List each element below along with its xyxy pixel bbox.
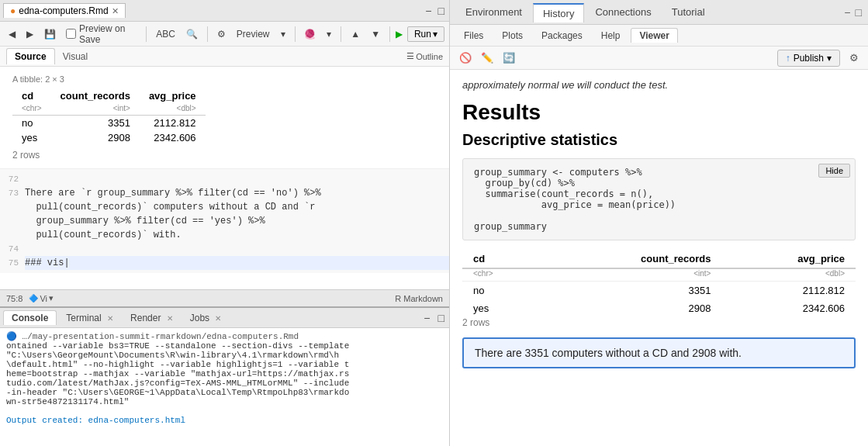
publish-arrow-icon: ▾ [827,53,832,64]
col-header-avg: avg_price<dbl> [140,88,206,116]
tab-files[interactable]: Files [456,29,491,43]
console-lines: ontained --variable bs3=TRUE --standalon… [6,341,443,406]
console-line: wn-str5e4872131174.html" [6,397,443,406]
preview-dropdown[interactable]: Preview [233,26,274,42]
tab-connections[interactable]: Connections [586,3,660,21]
viewer-col-count: count_records [543,250,721,268]
tab-environment[interactable]: Environment [456,3,531,21]
outline-icon: ☰ [406,51,414,61]
bottom-topbar-icons: − □ [422,312,446,324]
code-line-73d: pull(count_records)` with. [0,228,449,242]
hide-btn[interactable]: Hide [818,164,850,178]
viewer-back-btn[interactable]: 🚫 [456,50,475,65]
right-minimize-icon[interactable]: − [844,6,850,19]
code-line-75[interactable]: 75 ### vis| [0,256,449,270]
table-cell: 2112.812 [721,282,856,300]
viewer-code-block: group_summary <- computers %>% group_by(… [462,158,856,240]
code-line-74: 74 [0,242,449,256]
right-toolbar: 🚫 ✏️ 🔄 ↑ Publish ▾ ⚙ [450,47,868,70]
col-type-cd: <chr> [22,104,42,112]
bottom-minimize-icon[interactable]: − [422,312,431,324]
visual-output: A tibble: 2 × 3 cd<chr> count_records<in… [0,67,449,169]
jobs-close[interactable]: ✕ [215,314,221,323]
run-btn[interactable]: Run ▾ [407,26,444,42]
jobs-tab[interactable]: Jobs ✕ [182,311,230,325]
publish-label: Publish [794,53,824,64]
back-btn[interactable]: ◀ [5,26,19,42]
col-type-count: <int> [113,104,130,112]
maximize-icon[interactable]: □ [437,5,446,17]
spellcheck-btn[interactable]: ABC [152,26,179,42]
terminal-close[interactable]: ✕ [107,314,113,323]
down-btn[interactable]: ▼ [367,26,384,42]
editor-tab[interactable]: ● edna-computers.Rmd ✕ [3,3,126,18]
viewer-content: approximately normal we will conduct the… [450,70,868,446]
terminal-tab[interactable]: Terminal ✕ [58,311,121,325]
forward-btn[interactable]: ▶ [22,26,37,42]
bottom-maximize-icon[interactable]: □ [437,312,446,324]
viewer-table-wrap: cd count_records avg_price <chr> <int> <… [462,250,856,328]
tab-help[interactable]: Help [593,29,628,43]
editor-topbar: ● edna-computers.Rmd ✕ − □ [0,0,449,22]
knit-btn[interactable]: 🧶 [300,26,320,42]
outline-label: Outline [416,52,443,61]
search-btn[interactable]: 🔍 [182,26,202,42]
tab-plots[interactable]: Plots [494,29,531,43]
editor-tab-close[interactable]: ✕ [112,6,119,16]
minimize-icon[interactable]: − [424,5,433,17]
run-arrow-icon: ▶ [396,29,403,40]
tab-viewer[interactable]: Viewer [631,28,677,43]
run-dropdown-icon: ▾ [433,29,437,40]
visual-tab[interactable]: Visual [55,49,95,64]
viewer-h2: Descriptive statistics [462,131,856,149]
source-visual-tabs: Source Visual ☰ Outline [0,47,449,67]
preview-on-save-checkbox[interactable] [66,29,76,39]
table-row: no33512112.812 [462,282,856,300]
publish-btn[interactable]: ↑ Publish ▾ [777,50,840,67]
tab-packages[interactable]: Packages [534,29,590,43]
run-label: Run [414,29,431,40]
table-cell: no [462,282,543,300]
vi-arrow: ▾ [49,293,54,303]
code-line-73c: group_summary %>% filter(cd == 'yes') %>… [0,214,449,228]
bottom-panel: Console Terminal ✕ Render ✕ Jobs ✕ − □ [0,306,449,446]
cursor-position: 75:8 [6,294,22,303]
knit-arrow[interactable]: ▾ [323,26,335,42]
viewer-col-cd: cd [462,250,543,268]
console-line: heme=bootstrap --mathjax --variable "mat… [6,369,443,379]
up-btn[interactable]: ▲ [347,26,364,42]
bottom-tabs: Console Terminal ✕ Render ✕ Jobs ✕ − □ [0,308,449,328]
console-path-icon: 🔵 [6,332,17,341]
console-path: 🔵 …/may-presentation-summit-rmarkdown/ed… [6,331,443,341]
console-tab[interactable]: Console [3,310,57,325]
right-top-tabs: Environment History Connections Tutorial… [450,0,868,25]
code-tools-btn[interactable]: ⚙ [213,26,230,42]
viewer-settings-btn[interactable]: ⚙ [846,50,862,65]
table-cell: 3351 [51,116,140,131]
source-tab[interactable]: Source [6,48,55,64]
console-content: 🔵 …/may-presentation-summit-rmarkdown/ed… [0,328,449,446]
table-note: A tibble: 2 × 3 [12,74,437,84]
col-header-count: count_records<int> [51,88,140,116]
viewer-refresh-btn[interactable]: 🔄 [500,50,518,65]
editor-topbar-icons: − □ [424,5,446,17]
vi-indicator: 🔷 Vi ▾ [29,293,54,303]
table-cell: yes [462,299,543,317]
editor-status-bar: 75:8 🔷 Vi ▾ R Markdown [0,289,449,306]
preview-arrow[interactable]: ▾ [277,26,289,42]
tab-history[interactable]: History [533,3,584,22]
code-editor[interactable]: 72 73 There are `r group_summary %>% fil… [0,169,449,273]
table-cell: 2908 [543,299,721,317]
save-btn[interactable]: 💾 [40,26,60,42]
render-close[interactable]: ✕ [167,314,173,323]
console-path-text: …/may-presentation-summit-rmarkdown/edna… [22,332,299,341]
right-maximize-icon[interactable]: □ [856,6,862,19]
tab-tutorial[interactable]: Tutorial [662,3,714,21]
render-tab[interactable]: Render ✕ [123,311,181,325]
table-cell: 3351 [543,282,721,300]
vi-label: Vi [40,294,47,303]
outline-btn[interactable]: ☰ Outline [406,51,443,61]
viewer-intro-text: approximately normal we will conduct the… [462,79,856,91]
editor-rows-note: 2 rows [12,150,437,161]
viewer-edit-btn[interactable]: ✏️ [478,50,496,65]
